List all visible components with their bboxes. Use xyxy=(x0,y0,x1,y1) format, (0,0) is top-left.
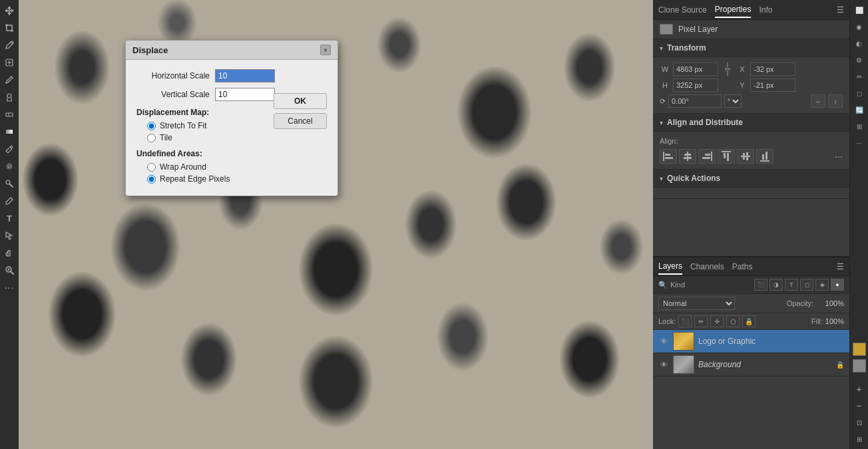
layer-visibility-logo[interactable]: 👁 xyxy=(658,336,669,347)
tool-select[interactable] xyxy=(1,227,17,243)
more-options-button[interactable]: ⊞ xyxy=(852,432,867,446)
layers-tab[interactable]: Layers xyxy=(658,259,682,275)
layer-name-background: Background xyxy=(698,360,832,369)
mini-btn-8[interactable]: ⊞ xyxy=(852,119,867,134)
zoom-in-button[interactable]: + xyxy=(852,382,867,396)
filter-toggle-button[interactable]: ● xyxy=(831,279,844,291)
mini-btn-1[interactable]: ⬜ xyxy=(852,3,867,17)
tool-zoom[interactable] xyxy=(1,262,17,278)
mini-btn-9[interactable]: ··· xyxy=(852,136,867,150)
flip-horizontal-button[interactable]: ↔ xyxy=(811,94,825,108)
channels-tab[interactable]: Channels xyxy=(690,259,724,274)
repeat-edge-pixels-option[interactable]: Repeat Edge Pixels xyxy=(147,174,327,184)
tool-crop[interactable] xyxy=(1,20,17,36)
link-icon[interactable] xyxy=(721,63,734,76)
svg-rect-21 xyxy=(743,153,745,160)
tool-more[interactable]: ··· xyxy=(1,279,17,295)
angle-dropdown[interactable]: ° xyxy=(724,94,742,108)
filter-adjust-button[interactable]: ◑ xyxy=(769,279,783,291)
tool-hand[interactable] xyxy=(1,245,17,261)
flip-vertical-button[interactable]: ↕ xyxy=(828,94,843,108)
svg-point-1 xyxy=(7,94,11,98)
filter-pixel-button[interactable]: ⬛ xyxy=(754,279,767,291)
foreground-color[interactable] xyxy=(853,343,866,356)
filter-text-button[interactable]: T xyxy=(785,279,798,291)
tool-move[interactable] xyxy=(1,3,17,19)
lock-position-button[interactable]: ✛ xyxy=(710,315,724,327)
tab-properties[interactable]: Properties xyxy=(715,2,752,18)
tool-pen[interactable] xyxy=(1,193,17,209)
mini-btn-7[interactable]: 🔄 xyxy=(852,102,867,117)
align-left-button[interactable] xyxy=(660,149,677,164)
ok-button[interactable]: OK xyxy=(274,93,327,109)
align-more-button[interactable]: ··· xyxy=(835,149,843,164)
dialog-close-button[interactable]: × xyxy=(320,45,331,55)
layer-row-background[interactable]: 👁 Background 🔒 xyxy=(653,353,849,376)
repeat-edge-pixels-radio[interactable] xyxy=(147,175,156,184)
zoom-out-button[interactable]: − xyxy=(852,398,867,413)
align-bottom-button[interactable] xyxy=(756,149,773,164)
lock-pixels-button[interactable]: ⬛ xyxy=(678,315,692,327)
flip-buttons: ↔ ↕ xyxy=(811,94,843,108)
tool-gradient[interactable] xyxy=(1,124,17,140)
tile-radio[interactable] xyxy=(147,134,156,142)
filter-shape-button[interactable]: ◻ xyxy=(800,279,813,291)
align-top-button[interactable] xyxy=(718,149,735,164)
svg-rect-9 xyxy=(665,154,670,156)
transform-angle-row: ⟳ ° ↔ ↕ xyxy=(660,94,843,108)
wrap-around-radio[interactable] xyxy=(147,163,156,172)
filter-smart-button[interactable]: ◈ xyxy=(815,279,829,291)
horizontal-scale-input[interactable] xyxy=(215,69,275,82)
panel-menu-icon[interactable]: ☰ xyxy=(837,5,844,15)
tool-heal[interactable] xyxy=(1,55,17,71)
transform-section-header[interactable]: ▾ Transform xyxy=(653,39,849,57)
y-input[interactable] xyxy=(750,78,795,92)
opacity-label: Opacity: xyxy=(787,299,813,307)
mini-btn-3[interactable]: ◐ xyxy=(852,36,867,51)
layer-visibility-background[interactable]: 👁 xyxy=(658,359,669,370)
tile-option[interactable]: Tile xyxy=(147,133,327,142)
lock-artboard-button[interactable]: ⬡ xyxy=(726,315,740,327)
tool-brush[interactable] xyxy=(1,72,17,88)
tab-info[interactable]: Info xyxy=(759,3,772,17)
transform-wh-row: W X xyxy=(660,63,843,76)
layer-row-logo[interactable]: 👁 Logo or Graphic xyxy=(653,330,849,353)
h-input[interactable] xyxy=(673,78,718,92)
cancel-button[interactable]: Cancel xyxy=(274,113,327,129)
canvas-image: Displace × OK Cancel Horizontal Scale Ve… xyxy=(19,0,653,449)
align-section-header[interactable]: ▾ Align and Distribute xyxy=(653,114,849,132)
w-input[interactable] xyxy=(673,63,718,76)
lock-all-button[interactable]: 🔒 xyxy=(742,315,756,327)
tool-text[interactable]: T xyxy=(1,210,17,226)
x-input[interactable] xyxy=(750,63,795,76)
quick-actions-header[interactable]: ▾ Quick Actions xyxy=(653,170,849,188)
tool-eyedrop[interactable] xyxy=(1,37,17,53)
mini-btn-2[interactable]: ◉ xyxy=(852,19,867,34)
background-color[interactable] xyxy=(853,359,866,373)
fit-button[interactable]: ⊡ xyxy=(852,415,867,430)
tab-clone-source[interactable]: Clone Source xyxy=(658,3,707,17)
tool-paint[interactable] xyxy=(1,141,17,157)
mini-btn-6[interactable]: ◻ xyxy=(852,86,867,100)
align-right-button[interactable] xyxy=(698,149,716,164)
blend-mode-select[interactable]: Normal xyxy=(658,297,735,310)
dialog-body: OK Cancel Horizontal Scale Vertical Scal… xyxy=(126,60,337,196)
tool-dodge[interactable] xyxy=(1,176,17,192)
stretch-to-fit-radio[interactable] xyxy=(147,122,156,130)
tool-eraser[interactable] xyxy=(1,106,17,122)
align-center-h-button[interactable] xyxy=(679,149,696,164)
svg-rect-18 xyxy=(724,153,726,158)
lock-paint-button[interactable]: ✏ xyxy=(694,315,708,327)
tool-stamp[interactable] xyxy=(1,89,17,105)
align-center-v-button[interactable] xyxy=(737,149,754,164)
paths-tab[interactable]: Paths xyxy=(732,259,753,274)
mini-btn-5[interactable]: ✏ xyxy=(852,69,867,84)
layers-panel-menu[interactable]: ☰ xyxy=(837,262,844,271)
angle-input[interactable] xyxy=(668,94,722,108)
y-label: Y xyxy=(737,81,748,89)
wrap-around-option[interactable]: Wrap Around xyxy=(147,162,327,172)
vertical-scale-input[interactable] xyxy=(215,88,275,101)
filter-search-icon: 🔍 xyxy=(658,281,668,289)
tool-blur[interactable] xyxy=(1,158,17,174)
mini-btn-4[interactable]: ⚙ xyxy=(852,53,867,67)
